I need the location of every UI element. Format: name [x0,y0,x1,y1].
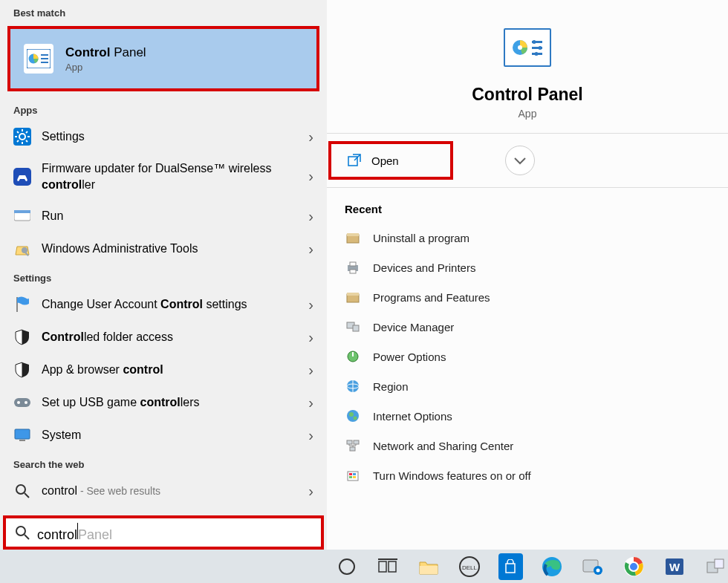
svg-rect-63 [353,476,356,478]
svg-rect-3 [41,58,48,59]
recent-item[interactable]: Uninstall a program [327,223,728,253]
setting-row-system[interactable]: System › [0,419,327,452]
shield-icon [13,328,31,346]
svg-rect-46 [353,325,359,331]
svg-rect-44 [347,293,359,296]
open-label: Open [371,154,399,167]
taskbar: DELL W [0,550,728,583]
recent-item[interactable]: Network and Sharing Center [327,431,728,460]
open-button[interactable]: Open [328,141,453,180]
svg-point-66 [339,559,354,574]
app-label: Windows Administrative Tools [42,241,198,257]
chevron-right-icon: › [308,296,313,313]
control-panel-icon [504,28,551,67]
svg-point-64 [16,527,25,535]
best-match-result[interactable]: Control Panel App [7,26,319,91]
settings-app-icon[interactable] [580,553,605,580]
svg-text:W: W [669,561,680,573]
best-match-sub: App [65,62,146,73]
svg-point-54 [349,412,354,417]
recent-item[interactable]: Device Manager [327,312,728,342]
search-icon [15,525,30,540]
search-box[interactable]: control Panel [3,515,324,550]
search-icon [13,482,31,500]
admin-tools-icon [13,240,31,258]
recent-item[interactable]: Programs and Features [327,282,728,312]
power-icon [345,348,361,365]
store-icon[interactable] [498,553,523,580]
svg-line-14 [26,131,27,133]
app-row-run[interactable]: Run › [0,200,327,232]
chevron-right-icon: › [308,394,313,411]
svg-rect-70 [420,566,438,574]
file-explorer-icon[interactable] [416,553,441,580]
features-icon [345,467,361,483]
svg-rect-39 [347,233,359,236]
setting-row-uac[interactable]: Change User Account Control settings › [0,288,327,321]
box-icon [345,289,361,305]
svg-rect-41 [350,262,356,266]
recent-item[interactable]: Devices and Printers [327,253,728,282]
svg-point-35 [535,52,539,56]
setting-label: App & browser control [42,362,163,378]
svg-rect-2 [41,54,48,56]
app-row-settings[interactable]: Settings › [0,120,327,153]
setting-row-app-browser[interactable]: App & browser control › [0,354,327,386]
svg-point-76 [596,568,599,572]
chevron-right-icon: › [308,329,313,346]
setting-row-folder-access[interactable]: Controlled folder access › [0,321,327,354]
chevron-right-icon: › [308,362,313,379]
control-panel-icon [24,44,53,74]
section-web: Search the web [0,452,327,475]
app-row-admintools[interactable]: Windows Administrative Tools › [0,232,327,265]
cortana-icon[interactable] [334,553,359,580]
svg-rect-4 [41,62,48,63]
app-icon[interactable] [703,553,728,580]
svg-line-11 [17,131,19,133]
preview-pane: Control Panel App Open Recent Uninstall … [327,0,728,550]
preview-sub: App [519,108,537,120]
box-icon [345,229,361,246]
search-typed: control [37,527,77,543]
setting-label: Change User Account Control settings [42,296,247,313]
task-view-icon[interactable] [375,553,400,580]
app-row-dualsense[interactable]: Firmware updater for DualSense™ wireless… [0,153,327,200]
svg-rect-68 [389,561,396,572]
svg-rect-17 [14,210,30,213]
svg-line-13 [17,140,19,142]
svg-line-12 [26,140,27,142]
internet-icon [345,408,361,424]
app-label: Run [42,208,63,224]
recent-header: Recent [327,188,728,223]
expand-button[interactable] [505,146,535,175]
svg-rect-24 [15,429,30,439]
recent-item[interactable]: Internet Options [327,401,728,431]
svg-point-22 [17,401,20,404]
svg-rect-21 [14,398,30,407]
setting-label: System [42,427,81,443]
chevron-right-icon: › [308,427,313,444]
app-label: Settings [42,128,85,145]
word-icon[interactable]: W [663,553,687,580]
recent-item[interactable]: Power Options [327,342,728,371]
setting-row-usb-game[interactable]: Set up USB game controllers › [0,386,327,419]
chrome-icon[interactable] [621,553,646,580]
open-icon [348,154,361,167]
dell-icon[interactable]: DELL [458,553,482,580]
svg-rect-67 [379,561,386,572]
svg-rect-60 [349,473,352,475]
svg-rect-42 [350,270,356,273]
svg-point-33 [539,46,542,50]
recent-item[interactable]: Region [327,371,728,401]
device-icon [345,319,361,335]
web-row[interactable]: control - See web results › [0,475,327,507]
svg-rect-25 [19,440,25,441]
section-apps: Apps [0,97,327,120]
search-results-pane: Best match Control Panel App [0,0,327,550]
svg-rect-62 [349,476,352,478]
shield-icon [13,361,31,379]
edge-icon[interactable] [539,553,564,580]
recent-item[interactable]: Turn Windows features on or off [327,460,728,490]
network-icon [345,437,361,454]
section-best-match: Best match [0,0,327,23]
